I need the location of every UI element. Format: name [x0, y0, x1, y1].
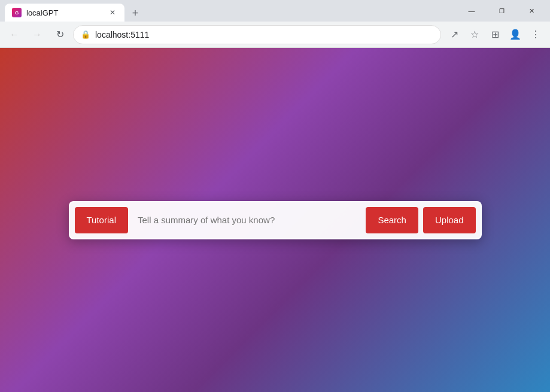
reload-icon: ↻ — [56, 29, 64, 40]
tab-close-button[interactable]: ✕ — [108, 8, 117, 17]
bookmark-icon: ☆ — [470, 29, 479, 40]
search-input[interactable] — [133, 207, 361, 233]
profile-button[interactable]: 👤 — [506, 25, 525, 44]
minimize-button[interactable]: — — [458, 0, 485, 22]
extensions-button[interactable]: ⊞ — [485, 25, 505, 44]
tab-favicon: G — [12, 8, 22, 17]
restore-button[interactable]: ❐ — [488, 0, 515, 22]
tab-strip: G localGPT ✕ + — [5, 0, 455, 22]
page-content: Tutorial Search Upload — [0, 48, 550, 392]
forward-button[interactable]: → — [28, 25, 47, 44]
bookmark-button[interactable]: ☆ — [465, 25, 484, 44]
share-icon: ↗ — [451, 29, 458, 40]
extensions-icon: ⊞ — [491, 29, 499, 40]
upload-button[interactable]: Upload — [423, 207, 476, 233]
search-button[interactable]: Search — [366, 207, 418, 233]
search-container: Tutorial Search Upload — [69, 201, 482, 239]
nav-bar: ← → ↻ 🔒 localhost:5111 ↗ ☆ ⊞ 👤 — [0, 22, 550, 48]
close-button[interactable]: ✕ — [518, 0, 545, 22]
menu-button[interactable]: ⋮ — [526, 25, 545, 44]
new-tab-button[interactable]: + — [127, 5, 144, 22]
reload-button[interactable]: ↻ — [50, 25, 69, 44]
tutorial-button[interactable]: Tutorial — [75, 207, 128, 233]
address-bar[interactable]: 🔒 localhost:5111 — [73, 25, 441, 44]
nav-actions: ↗ ☆ ⊞ 👤 ⋮ — [445, 25, 545, 44]
active-tab[interactable]: G localGPT ✕ — [5, 4, 124, 22]
back-icon: ← — [10, 29, 19, 40]
share-button[interactable]: ↗ — [445, 25, 464, 44]
url-text: localhost:5111 — [95, 30, 433, 39]
tab-title: localGPT — [26, 8, 103, 17]
back-button[interactable]: ← — [5, 25, 24, 44]
forward-icon: → — [32, 29, 42, 40]
menu-icon: ⋮ — [531, 29, 540, 40]
lock-icon: 🔒 — [81, 30, 90, 39]
browser-window: G localGPT ✕ + — ❐ ✕ ← → ↻ — [0, 0, 550, 392]
profile-icon: 👤 — [509, 29, 521, 40]
window-controls: — ❐ ✕ — [458, 0, 545, 22]
title-bar: G localGPT ✕ + — ❐ ✕ — [0, 0, 550, 22]
